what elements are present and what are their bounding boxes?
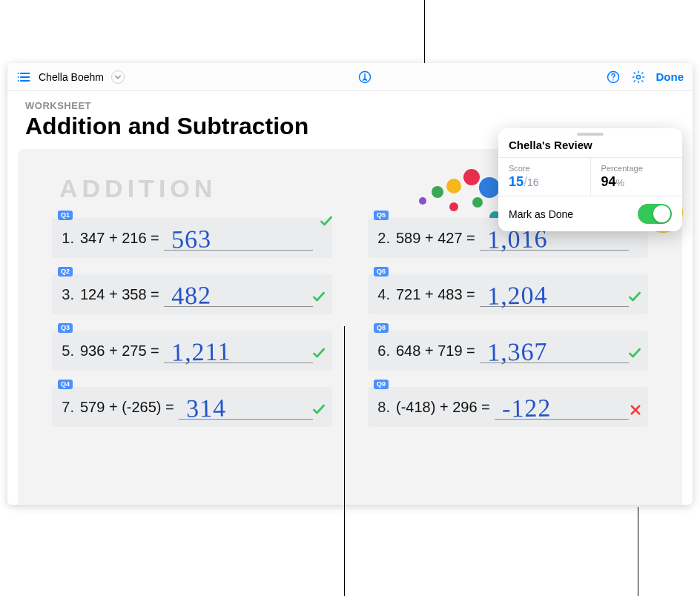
panel-grabber[interactable]: [577, 133, 604, 136]
mark-done-row: Mark as Done: [498, 196, 682, 231]
question-badge: Q6: [374, 267, 389, 277]
review-title: Chella's Review: [498, 139, 682, 157]
gear-icon[interactable]: [631, 70, 646, 85]
answer-area[interactable]: 1,204: [480, 277, 644, 311]
question-row[interactable]: Q98.(-418) + 296 =-122: [368, 387, 648, 427]
markup-icon[interactable]: [357, 70, 372, 85]
help-icon[interactable]: [606, 70, 621, 85]
review-panel[interactable]: Chella's Review Score 15/16 Percentage 9…: [498, 128, 682, 231]
question-badge: Q5: [374, 211, 389, 220]
list-icon[interactable]: [16, 70, 31, 85]
student-name[interactable]: Chella Boehm: [39, 71, 104, 83]
question-index: 5.: [56, 342, 74, 360]
check-icon: [311, 345, 326, 363]
percentage-value: 94: [601, 174, 616, 189]
question-text: 124 + 358 =: [80, 286, 159, 303]
question-row[interactable]: Q35.936 + 275 =1,211: [52, 331, 332, 371]
question-badge: Q4: [58, 380, 73, 389]
percentage-stat: Percentage 94%: [590, 158, 683, 196]
svg-point-3: [18, 73, 19, 74]
question-row[interactable]: Q23.124 + 358 =482: [52, 274, 332, 314]
student-answer: 1,204: [486, 281, 547, 310]
question-badge: Q1: [58, 211, 73, 220]
student-answer: 1,211: [171, 337, 231, 366]
question-index: 8.: [372, 399, 390, 416]
question-column-left: Q11.347 + 216 =563Q23.124 + 358 =482Q35.…: [52, 218, 332, 427]
question-column-right: Q52.589 + 427 =1,016Q64.721 + 483 =1,204…: [368, 218, 648, 427]
wrong-icon: [629, 403, 642, 420]
svg-point-8: [612, 79, 614, 81]
percentage-symbol: %: [616, 177, 625, 188]
check-icon: [627, 289, 642, 307]
question-text: 347 + 216 =: [80, 230, 159, 247]
mark-done-toggle[interactable]: [638, 204, 672, 224]
question-index: 6.: [372, 342, 390, 360]
chevron-down-icon[interactable]: [111, 70, 125, 84]
svg-point-9: [636, 75, 640, 79]
callout-line: [424, 0, 425, 63]
question-badge: Q9: [374, 380, 389, 389]
percentage-label: Percentage: [601, 164, 673, 173]
callout-line: [638, 507, 638, 596]
question-row[interactable]: Q86.648 + 719 =1,367: [368, 331, 648, 371]
check-icon: [319, 213, 334, 231]
student-answer: 482: [171, 282, 211, 311]
breadcrumb: WORKSHEET: [7, 91, 693, 111]
toolbar: Chella Boehm Done: [7, 63, 693, 91]
done-button[interactable]: Done: [656, 70, 684, 83]
question-index: 2.: [372, 230, 390, 247]
callout-line: [344, 326, 345, 596]
question-badge: Q2: [58, 267, 73, 277]
mark-done-label: Mark as Done: [509, 208, 573, 220]
question-text: 721 + 483 =: [396, 286, 475, 303]
svg-point-5: [18, 80, 19, 82]
question-badge: Q3: [58, 323, 73, 333]
student-answer: 1,367: [486, 337, 547, 366]
question-text: 579 + (-265) =: [80, 399, 174, 416]
student-answer: 314: [185, 394, 226, 423]
check-icon: [311, 289, 326, 307]
answer-area[interactable]: 482: [164, 277, 328, 311]
question-index: 4.: [372, 286, 390, 303]
answer-area[interactable]: 1,367: [480, 334, 644, 368]
question-row[interactable]: Q11.347 + 216 =563: [52, 218, 332, 258]
question-row[interactable]: Q64.721 + 483 =1,204: [368, 274, 648, 314]
answer-area[interactable]: -122: [495, 390, 644, 424]
answer-area[interactable]: 314: [179, 390, 328, 424]
score-total: 16: [527, 176, 539, 188]
score-label: Score: [509, 164, 580, 173]
question-index: 3.: [56, 286, 74, 303]
question-text: 936 + 275 =: [80, 342, 159, 360]
score-got: 15: [509, 174, 524, 189]
student-answer: 563: [171, 225, 211, 254]
content-area: N WORKSHEET Addition and Subtraction ADD…: [7, 91, 693, 505]
question-text: 648 + 719 =: [396, 342, 475, 360]
question-grid: Q11.347 + 216 =563Q23.124 + 358 =482Q35.…: [18, 208, 682, 427]
question-text: (-418) + 296 =: [396, 399, 490, 416]
answer-area[interactable]: 563: [164, 221, 328, 255]
student-answer: -122: [501, 394, 551, 423]
svg-point-4: [18, 76, 19, 78]
score-stat: Score 15/16: [498, 158, 590, 196]
question-text: 589 + 427 =: [396, 230, 475, 247]
question-badge: Q8: [374, 323, 389, 333]
app-window: Chella Boehm Done N WORKSHEET Addition a…: [7, 63, 693, 505]
check-icon: [311, 402, 326, 420]
question-row[interactable]: Q47.579 + (-265) =314: [52, 387, 332, 427]
question-index: 7.: [56, 399, 74, 416]
check-icon: [627, 345, 642, 363]
review-stats: Score 15/16 Percentage 94%: [498, 157, 682, 196]
answer-area[interactable]: 1,211: [164, 334, 328, 368]
question-index: 1.: [56, 230, 74, 247]
